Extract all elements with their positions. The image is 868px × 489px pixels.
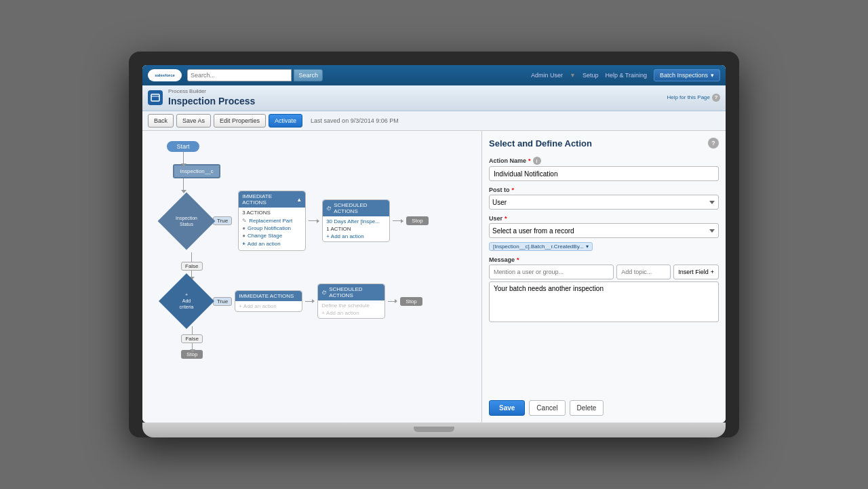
page-title: Inspection Process [168, 96, 255, 106]
save-button[interactable]: Save [489, 400, 525, 416]
action-name-info[interactable]: i [533, 157, 541, 165]
false-label-1: False [181, 262, 203, 271]
message-label: Message * [489, 256, 719, 263]
message-group: Message * Insert Field + Your batch need… [489, 256, 719, 324]
record-node[interactable]: Inspection__c [173, 164, 220, 178]
user-token[interactable]: [Inspection__c].Batch__r.CreatedBy... ▾ [489, 242, 593, 251]
action-group-notification[interactable]: ● Group Notification [242, 224, 302, 232]
add-immediate-action-btn[interactable]: + Add an action [242, 239, 302, 248]
inspection-status-node[interactable]: Inspection Status [163, 197, 210, 245]
cancel-button[interactable]: Cancel [529, 400, 565, 416]
search-container: Search [187, 69, 323, 81]
immediate-actions-header: IMMEDIATE ACTIONS ▲ [239, 191, 305, 208]
search-input[interactable] [187, 69, 292, 81]
immediate-actions-panel: IMMEDIATE ACTIONS ▲ 3 ACTIONS ✎ Replacem… [238, 191, 306, 251]
main-content: Start Inspection__c [142, 131, 726, 423]
process-canvas[interactable]: Start Inspection__c [142, 131, 481, 423]
top-navigation: salesforce Search Admin User ▼ Setup Hel… [142, 65, 726, 85]
post-to-label: Post to * [489, 187, 719, 193]
post-to-select[interactable]: User Record Chatter Group [489, 195, 719, 210]
immediate-actions-panel-2: IMMEDIATE ACTIONS + Add an action [235, 290, 302, 312]
scheduled-actions-panel: ⏱ SCHEDULED ACTIONS 30 Days After [Inspe… [322, 199, 390, 242]
add-scheduled-action-btn[interactable]: + Add an action [326, 233, 386, 239]
connector-3 [305, 299, 315, 303]
actions-count: 3 ACTIONS [242, 210, 302, 216]
connector-4 [388, 299, 397, 303]
search-button[interactable]: Search [294, 69, 323, 81]
connector-1 [309, 219, 319, 223]
define-schedule[interactable]: Define the schedule [321, 302, 381, 309]
salesforce-logo: salesforce [148, 69, 182, 81]
scheduled-actions-header: ⏱ SCHEDULED ACTIONS [323, 200, 389, 216]
svg-rect-0 [151, 94, 159, 101]
user-label: User * [489, 215, 719, 222]
action-replacement-part[interactable]: ✎ Replacement Part [242, 217, 302, 224]
help-icon: ? [712, 94, 720, 102]
stop-node-2[interactable]: Stop [400, 297, 422, 306]
help-page-link[interactable]: Help for this Page ? [667, 94, 720, 102]
scheduled-item[interactable]: 30 Days After [Inspe... [326, 218, 386, 224]
right-panel: Select and Define Action ? Action Name *… [481, 131, 726, 423]
activate-button[interactable]: Activate [269, 114, 302, 128]
user-select[interactable]: Select a user from a record [489, 223, 719, 238]
panel-help-icon[interactable]: ? [708, 138, 719, 149]
true-label-1: True [213, 216, 232, 225]
mention-input[interactable] [489, 265, 614, 279]
start-node[interactable]: Start [167, 141, 199, 152]
nav-separator: ▼ [570, 72, 576, 79]
add-scheduled-action-2[interactable]: + Add an action [321, 310, 381, 316]
action-name-group: Action Name * i [489, 157, 719, 181]
admin-user-link[interactable]: Admin User [531, 72, 563, 79]
panel-title: Select and Define Action ? [489, 138, 719, 149]
false-label-2: False [181, 334, 203, 343]
immediate-actions-header-2: IMMEDIATE ACTIONS [235, 291, 302, 301]
stop-node-1[interactable]: Stop [406, 216, 428, 225]
setup-link[interactable]: Setup [583, 72, 599, 79]
edit-properties-button[interactable]: Edit Properties [214, 114, 266, 128]
toolbar: Back Save As Edit Properties Activate La… [142, 111, 726, 131]
add-criteria-node[interactable]: + Add criteria [163, 277, 210, 325]
scheduled-count: 1 ACTION [326, 226, 386, 232]
action-name-input[interactable] [489, 166, 719, 181]
save-status: Last saved on 9/3/2014 9:06 PM [311, 117, 399, 124]
post-to-group: Post to * User Record Chatter Group [489, 187, 719, 210]
delete-button[interactable]: Delete [570, 400, 604, 416]
page-subheader: Process Builder Inspection Process Help … [142, 85, 726, 111]
save-as-button[interactable]: Save As [176, 114, 211, 128]
insert-field-button[interactable]: Insert Field + [673, 265, 719, 279]
connector-2 [393, 219, 403, 223]
back-button[interactable]: Back [148, 114, 174, 128]
action-name-label: Action Name * i [489, 157, 719, 165]
user-group: User * Select a user from a record [Insp… [489, 215, 719, 251]
nav-links: Admin User ▼ Setup Help & Training Batch… [531, 69, 720, 81]
message-tags-row: Insert Field + [489, 265, 719, 279]
action-change-stage[interactable]: ● Change Stage [242, 232, 302, 239]
true-label-2: True [213, 297, 232, 306]
panel-footer: Save Cancel Delete [489, 393, 719, 416]
topic-input[interactable] [616, 265, 671, 279]
add-action-2[interactable]: + Add an action [239, 303, 298, 309]
scheduled-actions-header-2: ⏱ SCHEDULED ACTIONS [318, 284, 384, 300]
page-icon [148, 90, 163, 105]
help-training-link[interactable]: Help & Training [605, 72, 647, 79]
breadcrumb: Process Builder [168, 88, 255, 94]
batch-inspections-button[interactable]: Batch Inspections ▾ [654, 69, 720, 81]
message-textarea[interactable]: Your batch needs another inspection [489, 281, 719, 322]
scheduled-actions-panel-2: ⏱ SCHEDULED ACTIONS Define the schedule … [317, 283, 385, 319]
